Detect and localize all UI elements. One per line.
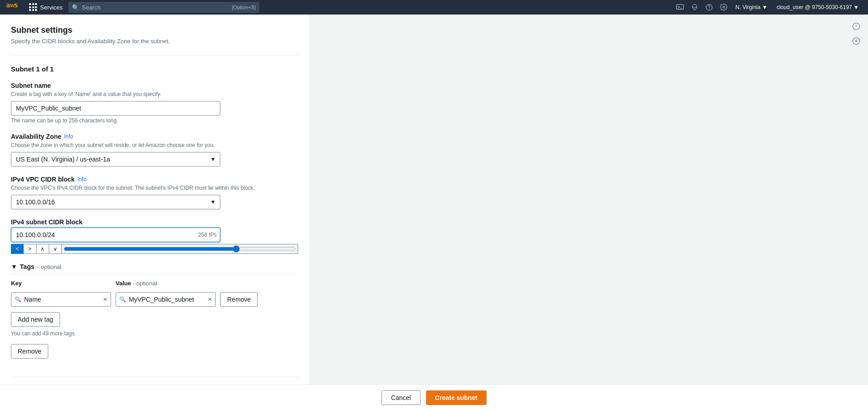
svg-point-3 [723,6,725,8]
add-tag-button[interactable]: Add new tag [11,312,60,327]
tag-key-clear-icon[interactable]: ✕ [103,296,107,303]
tag-value-wrap: 🔍 ✕ [116,292,216,307]
tag-row: 🔍 ✕ 🔍 ✕ Remove [11,292,298,307]
bottom-bar: Cancel Create subnet [0,385,868,410]
ipv4-vpc-cidr-select[interactable]: 10.100.0.0/16 [11,195,220,209]
cidr-controls: < > ∧ ∨ [11,244,298,254]
tag-value-optional-label: - optional [133,280,157,287]
svg-rect-0 [676,5,683,10]
tag-remove-button[interactable]: Remove [220,292,258,307]
notifications-icon[interactable] [688,1,701,14]
az-select[interactable]: US East (N. Virginia) / us-east-1a [11,152,220,167]
create-subnet-button[interactable]: Create subnet [426,390,487,405]
tag-key-wrap: 🔍 ✕ [11,292,111,307]
settings-icon[interactable] [717,1,730,14]
page-title: Subnet settings [11,25,298,35]
page-subtitle: Specify the CIDR blocks and Availability… [11,38,298,45]
az-label: Availability Zone Info [11,133,298,140]
ipv4-vpc-cidr-info-link[interactable]: Info [77,176,86,182]
grid-icon [29,3,37,11]
subnet-name-input[interactable] [11,101,220,116]
tags-header[interactable]: ▼ Tags - optional [11,263,298,274]
remove-subnet-wrap: Remove [11,344,298,368]
search-bar[interactable]: 🔍 [Option+S] [68,2,259,13]
tag-value-search-icon: 🔍 [119,296,126,303]
tags-section: ▼ Tags - optional Key Value - optional [11,263,298,337]
search-icon: 🔍 [72,4,79,11]
cidr-prev-btn[interactable]: < [11,244,24,254]
tag-key-input[interactable] [11,292,111,307]
search-shortcut: [Option+S] [232,5,256,10]
cidr-next-btn[interactable]: > [24,244,36,254]
nav-right: N. Virginia ▼ cloud_user @ 9750-5030-619… [674,1,863,14]
help-icon[interactable] [703,1,716,14]
tags-label: Tags [20,263,35,270]
tag-value-input[interactable] [116,292,216,307]
cloud-shell-icon[interactable] [674,1,686,14]
ipv4-subnet-cidr-group: IPv4 subnet CIDR block 256 IPs < > ∧ ∨ [11,218,298,254]
svg-point-1 [706,4,712,10]
search-input[interactable] [82,4,229,11]
nav-account[interactable]: cloud_user @ 9750-5030-6197 ▼ [773,4,863,10]
ipv4-vpc-cidr-desc: Choose the VPC's IPv4 CIDR block for the… [11,185,298,191]
cidr-input-wrap: 256 IPs [11,228,220,242]
right-panel [310,15,868,410]
form-panel: Subnet settings Specify the CIDR blocks … [0,15,310,410]
tag-value-col-label: Value - optional [116,280,216,287]
subnet-heading: Subnet 1 of 1 [11,65,298,73]
cidr-slider[interactable] [64,245,296,253]
az-info-link[interactable]: Info [64,133,73,140]
tag-key-search-icon: 🔍 [15,296,21,303]
az-desc: Choose the zone in which your subnet wil… [11,142,298,148]
subnet-name-group: Subnet name Create a tag with a key of '… [11,82,298,124]
az-select-wrapper: US East (N. Virginia) / us-east-1a ▼ [11,152,220,167]
top-nav: Services 🔍 [Option+S] N. Virginia ▼ clou… [0,0,868,15]
right-expand-icon[interactable] [850,35,863,47]
subnet-name-hint: The name can be up to 256 characters lon… [11,117,298,124]
tags-col-headers: Key Value - optional [11,280,298,289]
cidr-ip-badge: 256 IPs [198,232,217,238]
cidr-slider-track [62,244,298,254]
services-label: Services [40,4,63,11]
tag-key-col-label: Key [11,280,111,287]
subnet-name-label: Subnet name [11,82,298,89]
tags-hint: You can add 49 more tags. [11,330,298,337]
svg-point-2 [709,9,709,10]
ipv4-vpc-cidr-select-wrapper: 10.100.0.0/16 ▼ [11,195,220,209]
tags-optional-label: - optional [37,263,61,270]
nav-region[interactable]: N. Virginia ▼ [732,4,771,10]
right-info-icon[interactable] [850,20,863,33]
az-group: Availability Zone Info Choose the zone i… [11,133,298,167]
subnet-name-desc: Create a tag with a key of 'Name' and a … [11,91,298,97]
cidr-up-btn[interactable]: ∧ [36,244,49,254]
ipv4-subnet-cidr-label: IPv4 subnet CIDR block [11,218,298,226]
services-menu[interactable]: Services [25,3,66,11]
ipv4-subnet-cidr-input[interactable] [11,228,220,242]
aws-logo[interactable] [5,3,24,12]
ipv4-vpc-cidr-group: IPv4 VPC CIDR block Info Choose the VPC'… [11,176,298,209]
tag-value-clear-icon[interactable]: ✕ [208,296,212,303]
remove-subnet-button[interactable]: Remove [11,344,48,359]
ipv4-vpc-cidr-label: IPv4 VPC CIDR block Info [11,176,298,183]
section-divider [11,56,298,56]
tags-collapse-icon: ▼ [11,263,17,270]
cancel-button[interactable]: Cancel [381,390,421,405]
cidr-down-btn[interactable]: ∨ [49,244,62,254]
section-divider-2 [11,377,298,377]
